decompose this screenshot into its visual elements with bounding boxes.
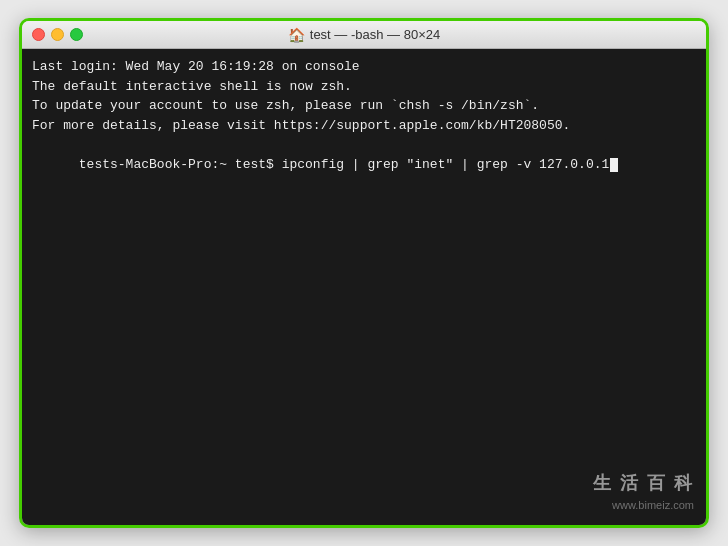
terminal-line-4: To update your account to use zsh, pleas… [32, 96, 696, 116]
window-title: test — -bash — 80×24 [310, 27, 440, 42]
title-bar: 🏠 test — -bash — 80×24 [22, 21, 706, 49]
window-title-area: 🏠 test — -bash — 80×24 [288, 27, 440, 43]
watermark: 生 活 百 科 www.bimeiz.com [593, 470, 694, 514]
terminal-line-6: tests-MacBook-Pro:~ test$ ipconfig | gre… [32, 135, 696, 194]
watermark-url: www.bimeiz.com [593, 497, 694, 514]
terminal-window: 🏠 test — -bash — 80×24 Last login: Wed M… [19, 18, 709, 528]
terminal-line-5: For more details, please visit https://s… [32, 116, 696, 136]
terminal-prompt: tests-MacBook-Pro:~ test$ ipconfig | gre… [79, 157, 610, 172]
terminal-line-1: Last login: Wed May 20 16:19:28 on conso… [32, 57, 696, 77]
watermark-text: 生 活 百 科 [593, 470, 694, 497]
terminal-body[interactable]: Last login: Wed May 20 16:19:28 on conso… [22, 49, 706, 525]
home-icon: 🏠 [288, 27, 305, 43]
close-button[interactable] [32, 28, 45, 41]
minimize-button[interactable] [51, 28, 64, 41]
maximize-button[interactable] [70, 28, 83, 41]
terminal-line-3: The default interactive shell is now zsh… [32, 77, 696, 97]
terminal-cursor [610, 158, 618, 172]
traffic-lights [32, 28, 83, 41]
